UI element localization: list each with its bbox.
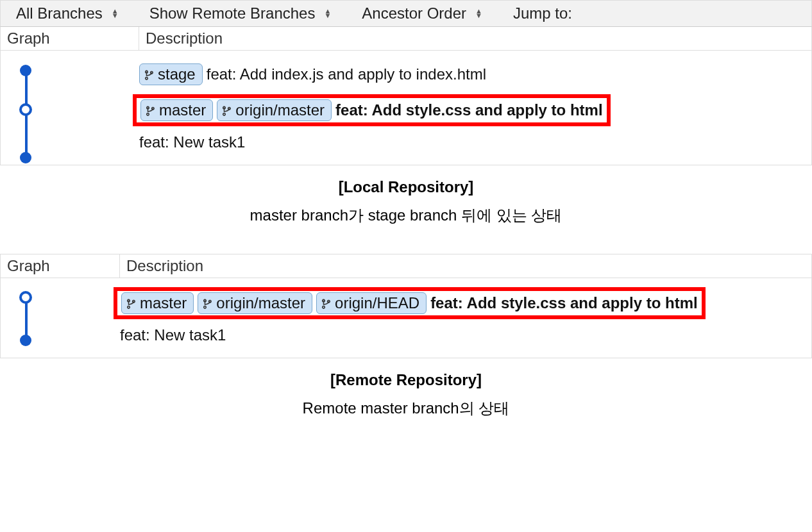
highlight-box: master origin/master feat: Add style.css… [133, 94, 611, 126]
column-header-graph[interactable]: Graph [1, 27, 139, 50]
graph-column-local [1, 57, 139, 156]
commit-message: feat: Add style.css and apply to html [335, 101, 603, 119]
show-remote-dropdown[interactable]: Show Remote Branches ▲▼ [134, 4, 347, 22]
commit-node[interactable] [20, 152, 31, 163]
local-caption: [Local Repository] master branch가 stage … [0, 165, 812, 231]
column-header-description[interactable]: Description [120, 254, 811, 278]
remote-caption-title: [Remote Repository] [0, 371, 812, 389]
branch-tag-origin-master[interactable]: origin/master [217, 99, 332, 121]
remote-caption: [Remote Repository] Remote master branch… [0, 358, 812, 424]
remote-repo-panel: master origin/master origin/HEAD feat: A… [0, 278, 812, 358]
commit-node-current[interactable] [19, 291, 32, 304]
branch-icon [126, 297, 137, 309]
remote-caption-sub: Remote master branch의 상태 [0, 398, 812, 419]
column-headers-local: Graph Description [0, 27, 812, 51]
branch-tag-stage[interactable]: stage [139, 63, 203, 85]
git-toolbar: All Branches ▲▼ Show Remote Branches ▲▼ … [0, 0, 812, 27]
sort-arrows-icon: ▲▼ [475, 9, 482, 18]
jump-to-control[interactable]: Jump to: [498, 4, 588, 22]
branch-icon [321, 297, 332, 309]
branch-icon [144, 69, 155, 80]
branch-tag-label: origin/master [235, 101, 325, 119]
branch-icon [221, 104, 233, 116]
branch-filter-dropdown[interactable]: All Branches ▲▼ [1, 4, 134, 22]
branch-tag-label: master [140, 294, 187, 312]
commit-message: feat: New task1 [139, 133, 245, 151]
branch-icon [202, 297, 214, 309]
sort-arrows-icon: ▲▼ [324, 9, 331, 18]
graph-column-remote [1, 285, 120, 349]
branch-tag-label: origin/master [216, 294, 305, 312]
branch-tag-origin-master[interactable]: origin/master [198, 292, 312, 314]
branch-icon [145, 104, 156, 116]
branch-tag-label: origin/HEAD [335, 294, 419, 312]
commit-message: feat: Add index.js and apply to index.ht… [207, 65, 486, 83]
description-column-local: stage feat: Add index.js and apply to in… [139, 57, 811, 156]
show-remote-label: Show Remote Branches [149, 4, 316, 22]
commit-node-current[interactable] [19, 103, 32, 116]
column-headers-remote: Graph Description [0, 254, 812, 278]
description-column-remote: master origin/master origin/HEAD feat: A… [120, 285, 811, 349]
commit-message: feat: Add style.css and apply to html [430, 294, 698, 312]
branch-tag-label: master [159, 101, 206, 119]
jump-to-label: Jump to: [513, 4, 572, 22]
commit-message: feat: New task1 [120, 326, 226, 344]
local-caption-title: [Local Repository] [0, 178, 812, 196]
column-header-description[interactable]: Description [139, 27, 811, 50]
commit-node[interactable] [20, 65, 31, 76]
commit-row-highlighted[interactable]: master origin/master origin/HEAD feat: A… [120, 285, 811, 322]
ancestor-order-dropdown[interactable]: Ancestor Order ▲▼ [346, 4, 498, 22]
branch-tag-master[interactable]: master [140, 99, 213, 121]
highlight-box: master origin/master origin/HEAD feat: A… [114, 287, 706, 319]
branch-tag-label: stage [158, 65, 196, 83]
column-header-graph[interactable]: Graph [1, 254, 120, 278]
commit-node[interactable] [20, 335, 31, 346]
commit-row-highlighted[interactable]: master origin/master feat: Add style.css… [139, 92, 811, 129]
branch-tag-origin-head[interactable]: origin/HEAD [316, 292, 427, 314]
commit-row[interactable]: stage feat: Add index.js and apply to in… [139, 57, 811, 92]
local-caption-sub: master branch가 stage branch 뒤에 있는 상태 [0, 205, 812, 226]
ancestor-order-label: Ancestor Order [362, 4, 466, 22]
local-repo-panel: stage feat: Add index.js and apply to in… [0, 51, 812, 165]
commit-row[interactable]: feat: New task1 [139, 129, 811, 156]
commit-row[interactable]: feat: New task1 [120, 322, 811, 349]
branch-tag-master[interactable]: master [121, 292, 194, 314]
sort-arrows-icon: ▲▼ [112, 9, 119, 18]
branch-filter-label: All Branches [16, 4, 103, 22]
